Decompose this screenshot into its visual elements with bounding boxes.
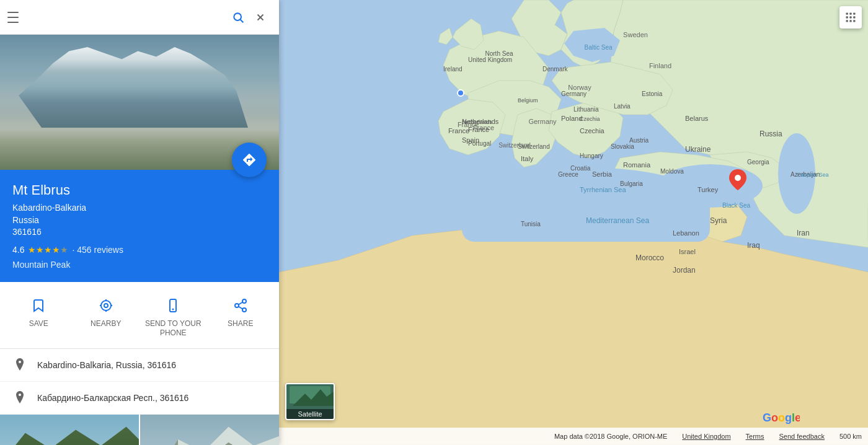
satellite-label: Satellite — [286, 409, 334, 419]
svg-rect-108 — [853, 13, 855, 15]
rating-value: 4.6 — [12, 245, 24, 255]
photo-1: Photos — [0, 415, 139, 445]
svg-text:Lithuania: Lithuania — [574, 106, 599, 113]
svg-text:Italy: Italy — [521, 155, 534, 162]
svg-text:Ukraine: Ukraine — [685, 145, 711, 154]
svg-point-14 — [242, 308, 246, 312]
svg-text:Estonia: Estonia — [642, 90, 663, 97]
svg-text:Romania: Romania — [623, 161, 651, 169]
ratings-row: 4.6 ★ ★ ★ ★ ★ · 456 reviews — [12, 245, 267, 255]
photo-2 — [140, 415, 279, 445]
send-action-button[interactable]: SEND TO YOUR PHONE — [140, 292, 207, 341]
svg-text:Russia: Russia — [760, 130, 782, 138]
svg-rect-110 — [849, 16, 851, 18]
svg-line-1 — [241, 19, 244, 22]
review-count: · 456 reviews — [72, 245, 123, 255]
save-label: SAVE — [29, 319, 48, 329]
share-label: SHARE — [228, 319, 253, 329]
svg-text:Germany: Germany — [528, 118, 557, 125]
svg-text:Finland: Finland — [649, 62, 671, 69]
svg-text:Tyrrhenian Sea: Tyrrhenian Sea — [580, 186, 626, 193]
svg-text:Latvia: Latvia — [614, 103, 631, 110]
place-name: Mt Elbrus — [12, 182, 267, 198]
share-action-button[interactable]: SHARE — [207, 292, 275, 341]
svg-text:Germany: Germany — [561, 90, 587, 97]
svg-text:Baltic Sea: Baltic Sea — [584, 44, 612, 51]
svg-text:Portugal: Portugal — [468, 140, 491, 147]
google-logo: Google — [763, 410, 800, 425]
clear-button[interactable] — [249, 6, 272, 29]
svg-text:United Kingdom: United Kingdom — [468, 56, 512, 63]
detail-address-ru-row[interactable]: Кабардино-Балкарская Респ., 361616 — [0, 382, 279, 415]
svg-text:Ireland: Ireland — [443, 66, 463, 73]
svg-rect-112 — [846, 20, 848, 22]
map-area[interactable]: Norway Sweden Finland North Sea Baltic S… — [279, 0, 868, 445]
nearby-label: NEARBY — [91, 319, 121, 329]
search-bar: mount elbrus — [0, 0, 279, 35]
svg-text:Netherlands: Netherlands — [462, 119, 492, 125]
svg-text:Georgia: Georgia — [747, 159, 769, 165]
star-5: ★ — [60, 245, 68, 255]
place-address-line1: Kabardino-Balkaria — [12, 202, 267, 214]
place-type: Mountain Peak — [12, 260, 267, 270]
svg-point-0 — [234, 13, 241, 20]
directions-button[interactable] — [232, 143, 267, 177]
save-icon — [27, 294, 50, 317]
star-4: ★ — [52, 245, 60, 255]
info-section: Mt Elbrus Kabardino-Balkaria Russia 3616… — [0, 170, 279, 282]
svg-text:Morocco: Morocco — [636, 253, 664, 262]
svg-text:Lebanon: Lebanon — [673, 229, 699, 237]
united-kingdom-link[interactable]: United Kingdom — [682, 433, 730, 440]
svg-rect-106 — [846, 13, 848, 15]
svg-rect-111 — [853, 16, 855, 18]
svg-text:Mediterranean Sea: Mediterranean Sea — [586, 216, 649, 225]
terms-link[interactable]: Terms — [746, 433, 764, 440]
svg-line-16 — [238, 302, 242, 304]
search-input[interactable]: mount elbrus — [30, 12, 227, 23]
hamburger-icon[interactable] — [7, 10, 22, 25]
svg-text:France: France — [448, 127, 469, 134]
nearby-action-button[interactable]: NEARBY — [73, 292, 140, 341]
map-svg: Norway Sweden Finland North Sea Baltic S… — [279, 0, 868, 445]
send-label: SEND TO YOUR PHONE — [142, 319, 205, 338]
svg-text:Black Sea: Black Sea — [722, 202, 750, 209]
action-buttons: SAVE NEARBY SEND — [0, 282, 279, 349]
svg-text:Tunisia: Tunisia — [521, 221, 541, 227]
send-feedback-link[interactable]: Send feedback — [779, 433, 825, 440]
map-data-text: Map data ©2018 Google, ORION-ME — [554, 433, 667, 440]
svg-text:Iraq: Iraq — [747, 241, 760, 250]
left-panel: mount elbrus Directions — [0, 0, 279, 445]
search-button[interactable] — [227, 6, 249, 29]
detail-address-en-row[interactable]: Kabardino-Balkaria, Russia, 361616 — [0, 349, 279, 382]
svg-line-15 — [238, 306, 242, 309]
stars: ★ ★ ★ ★ ★ — [28, 245, 68, 255]
details-section: Kabardino-Balkaria, Russia, 361616 Кабар… — [0, 349, 279, 415]
photos-section[interactable]: Photos — [0, 415, 279, 445]
place-address-line3: 361616 — [12, 226, 267, 239]
svg-text:Moldova: Moldova — [660, 168, 684, 175]
svg-rect-20 — [140, 415, 279, 445]
svg-text:Belarus: Belarus — [685, 115, 709, 122]
satellite-toggle[interactable]: Satellite — [285, 383, 335, 420]
map-apps-button[interactable] — [839, 6, 862, 29]
svg-text:Turkey: Turkey — [698, 186, 719, 193]
svg-rect-113 — [849, 20, 851, 22]
svg-text:Hungary: Hungary — [580, 152, 603, 159]
svg-text:Greece: Greece — [558, 171, 578, 178]
svg-text:Austria: Austria — [629, 137, 649, 144]
send-icon — [162, 294, 184, 317]
svg-text:Denmark: Denmark — [542, 66, 569, 73]
save-action-button[interactable]: SAVE — [5, 292, 73, 341]
svg-rect-107 — [849, 13, 851, 15]
svg-text:Belgium: Belgium — [518, 97, 538, 104]
detail-address-ru: Кабардино-Балкарская Респ., 361616 — [37, 393, 188, 403]
svg-text:Slovakia: Slovakia — [611, 143, 634, 150]
footer-bar: Map data ©2018 Google, ORION-ME United K… — [279, 428, 868, 445]
svg-text:France: France — [468, 126, 489, 133]
svg-text:Iran: Iran — [797, 229, 810, 237]
hero-image: Directions — [0, 35, 279, 170]
detail-address-en: Kabardino-Balkaria, Russia, 361616 — [37, 360, 176, 370]
svg-text:Czechia: Czechia — [580, 116, 600, 122]
svg-text:Google: Google — [763, 412, 800, 424]
svg-point-102 — [458, 90, 464, 96]
